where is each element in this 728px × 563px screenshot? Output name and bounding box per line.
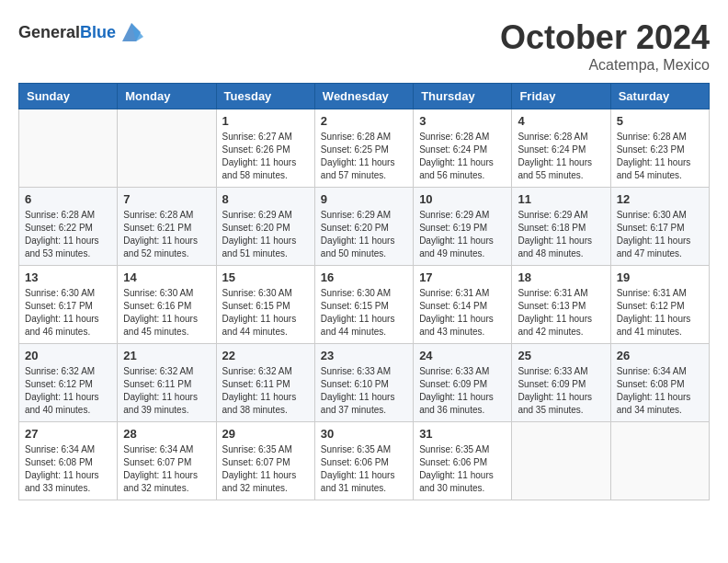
- day-number: 18: [518, 270, 604, 284]
- weekday-header: Friday: [512, 84, 610, 109]
- calendar-week-row: 27Sunrise: 6:34 AM Sunset: 6:08 PM Dayli…: [19, 422, 710, 500]
- day-info: Sunrise: 6:34 AM Sunset: 6:07 PM Dayligh…: [123, 443, 210, 495]
- day-number: 15: [222, 270, 309, 284]
- day-number: 27: [25, 427, 111, 441]
- calendar-cell: 9Sunrise: 6:29 AM Sunset: 6:20 PM Daylig…: [314, 188, 413, 266]
- calendar-cell: 10Sunrise: 6:29 AM Sunset: 6:19 PM Dayli…: [414, 188, 512, 266]
- day-info: Sunrise: 6:28 AM Sunset: 6:24 PM Dayligh…: [518, 131, 604, 182]
- day-info: Sunrise: 6:31 AM Sunset: 6:14 PM Dayligh…: [419, 287, 506, 339]
- day-number: 11: [518, 192, 604, 206]
- calendar-cell: 14Sunrise: 6:30 AM Sunset: 6:16 PM Dayli…: [118, 266, 216, 344]
- logo-icon: [118, 18, 145, 46]
- calendar-cell: 1Sunrise: 6:27 AM Sunset: 6:26 PM Daylig…: [216, 109, 314, 188]
- day-info: Sunrise: 6:32 AM Sunset: 6:11 PM Dayligh…: [222, 365, 309, 417]
- calendar-table: SundayMondayTuesdayWednesdayThursdayFrid…: [18, 83, 710, 500]
- weekday-header: Wednesday: [314, 84, 413, 109]
- calendar-week-row: 13Sunrise: 6:30 AM Sunset: 6:17 PM Dayli…: [19, 266, 710, 344]
- day-number: 12: [617, 192, 703, 206]
- day-number: 4: [518, 114, 604, 128]
- calendar-cell: 4Sunrise: 6:28 AM Sunset: 6:24 PM Daylig…: [512, 109, 610, 188]
- day-info: Sunrise: 6:29 AM Sunset: 6:20 PM Dayligh…: [222, 209, 309, 260]
- weekday-header: Monday: [118, 84, 216, 109]
- day-info: Sunrise: 6:29 AM Sunset: 6:18 PM Dayligh…: [518, 209, 604, 260]
- calendar-cell: 27Sunrise: 6:34 AM Sunset: 6:08 PM Dayli…: [19, 422, 118, 500]
- day-number: 13: [25, 270, 111, 284]
- logo-general: General: [18, 23, 80, 41]
- weekday-header: Thursday: [414, 84, 512, 109]
- day-info: Sunrise: 6:28 AM Sunset: 6:25 PM Dayligh…: [321, 131, 407, 182]
- day-info: Sunrise: 6:28 AM Sunset: 6:24 PM Dayligh…: [419, 131, 506, 182]
- calendar-cell: 15Sunrise: 6:30 AM Sunset: 6:15 PM Dayli…: [216, 266, 314, 344]
- day-number: 10: [419, 192, 506, 206]
- calendar-cell: [512, 422, 610, 500]
- day-info: Sunrise: 6:30 AM Sunset: 6:15 PM Dayligh…: [222, 287, 309, 339]
- day-info: Sunrise: 6:33 AM Sunset: 6:09 PM Dayligh…: [419, 365, 506, 417]
- day-info: Sunrise: 6:30 AM Sunset: 6:17 PM Dayligh…: [25, 287, 111, 339]
- day-info: Sunrise: 6:30 AM Sunset: 6:15 PM Dayligh…: [321, 287, 407, 339]
- day-number: 2: [321, 114, 407, 128]
- day-info: Sunrise: 6:32 AM Sunset: 6:11 PM Dayligh…: [123, 365, 210, 417]
- day-number: 1: [222, 114, 309, 128]
- calendar-cell: 6Sunrise: 6:28 AM Sunset: 6:22 PM Daylig…: [19, 188, 118, 266]
- calendar-cell: 5Sunrise: 6:28 AM Sunset: 6:23 PM Daylig…: [610, 109, 709, 188]
- calendar-cell: 31Sunrise: 6:35 AM Sunset: 6:06 PM Dayli…: [414, 422, 512, 500]
- day-number: 21: [123, 349, 210, 362]
- day-info: Sunrise: 6:31 AM Sunset: 6:12 PM Dayligh…: [617, 287, 703, 339]
- day-number: 8: [222, 192, 309, 206]
- day-info: Sunrise: 6:27 AM Sunset: 6:26 PM Dayligh…: [222, 131, 309, 182]
- day-info: Sunrise: 6:29 AM Sunset: 6:19 PM Dayligh…: [419, 209, 506, 260]
- day-info: Sunrise: 6:29 AM Sunset: 6:20 PM Dayligh…: [321, 209, 407, 260]
- day-info: Sunrise: 6:28 AM Sunset: 6:22 PM Dayligh…: [25, 209, 111, 260]
- weekday-header-row: SundayMondayTuesdayWednesdayThursdayFrid…: [19, 84, 710, 109]
- calendar-cell: 13Sunrise: 6:30 AM Sunset: 6:17 PM Dayli…: [19, 266, 118, 344]
- calendar-cell: 28Sunrise: 6:34 AM Sunset: 6:07 PM Dayli…: [118, 422, 216, 500]
- calendar-cell: 23Sunrise: 6:33 AM Sunset: 6:10 PM Dayli…: [314, 344, 413, 422]
- calendar-week-row: 6Sunrise: 6:28 AM Sunset: 6:22 PM Daylig…: [19, 188, 710, 266]
- calendar-cell: 26Sunrise: 6:34 AM Sunset: 6:08 PM Dayli…: [610, 344, 709, 422]
- calendar-cell: 11Sunrise: 6:29 AM Sunset: 6:18 PM Dayli…: [512, 188, 610, 266]
- weekday-header: Saturday: [610, 84, 709, 109]
- day-info: Sunrise: 6:28 AM Sunset: 6:21 PM Dayligh…: [123, 209, 210, 260]
- calendar-cell: [19, 109, 118, 188]
- calendar-cell: 30Sunrise: 6:35 AM Sunset: 6:06 PM Dayli…: [314, 422, 413, 500]
- day-info: Sunrise: 6:30 AM Sunset: 6:17 PM Dayligh…: [617, 209, 703, 260]
- calendar-cell: 16Sunrise: 6:30 AM Sunset: 6:15 PM Dayli…: [314, 266, 413, 344]
- calendar-cell: 29Sunrise: 6:35 AM Sunset: 6:07 PM Dayli…: [216, 422, 314, 500]
- calendar-cell: 3Sunrise: 6:28 AM Sunset: 6:24 PM Daylig…: [414, 109, 512, 188]
- day-info: Sunrise: 6:35 AM Sunset: 6:06 PM Dayligh…: [321, 443, 407, 495]
- day-number: 19: [617, 270, 703, 284]
- calendar-week-row: 1Sunrise: 6:27 AM Sunset: 6:26 PM Daylig…: [19, 109, 710, 188]
- title-area: October 2024 Acatempa, Mexico: [500, 18, 710, 74]
- day-number: 5: [617, 114, 703, 128]
- day-number: 24: [419, 349, 506, 362]
- calendar-cell: 8Sunrise: 6:29 AM Sunset: 6:20 PM Daylig…: [216, 188, 314, 266]
- calendar-cell: 18Sunrise: 6:31 AM Sunset: 6:13 PM Dayli…: [512, 266, 610, 344]
- logo-blue: Blue: [80, 23, 116, 41]
- calendar-cell: 21Sunrise: 6:32 AM Sunset: 6:11 PM Dayli…: [118, 344, 216, 422]
- calendar-cell: [610, 422, 709, 500]
- location-subtitle: Acatempa, Mexico: [500, 57, 710, 74]
- day-number: 9: [321, 192, 407, 206]
- logo: GeneralBlue: [18, 18, 145, 46]
- calendar-cell: [118, 109, 216, 188]
- calendar-cell: 12Sunrise: 6:30 AM Sunset: 6:17 PM Dayli…: [610, 188, 709, 266]
- day-number: 16: [321, 270, 407, 284]
- day-info: Sunrise: 6:32 AM Sunset: 6:12 PM Dayligh…: [25, 365, 111, 417]
- calendar-cell: 7Sunrise: 6:28 AM Sunset: 6:21 PM Daylig…: [118, 188, 216, 266]
- day-info: Sunrise: 6:28 AM Sunset: 6:23 PM Dayligh…: [617, 131, 703, 182]
- day-info: Sunrise: 6:35 AM Sunset: 6:06 PM Dayligh…: [419, 443, 506, 495]
- calendar-cell: 19Sunrise: 6:31 AM Sunset: 6:12 PM Dayli…: [610, 266, 709, 344]
- day-number: 30: [321, 427, 407, 441]
- month-title: October 2024: [500, 18, 710, 57]
- day-number: 20: [25, 349, 111, 362]
- day-info: Sunrise: 6:34 AM Sunset: 6:08 PM Dayligh…: [25, 443, 111, 495]
- day-number: 23: [321, 349, 407, 362]
- calendar-cell: 20Sunrise: 6:32 AM Sunset: 6:12 PM Dayli…: [19, 344, 118, 422]
- day-number: 14: [123, 270, 210, 284]
- day-info: Sunrise: 6:31 AM Sunset: 6:13 PM Dayligh…: [518, 287, 604, 339]
- calendar-cell: 24Sunrise: 6:33 AM Sunset: 6:09 PM Dayli…: [414, 344, 512, 422]
- day-info: Sunrise: 6:34 AM Sunset: 6:08 PM Dayligh…: [617, 365, 703, 417]
- day-number: 7: [123, 192, 210, 206]
- weekday-header: Tuesday: [216, 84, 314, 109]
- day-number: 3: [419, 114, 506, 128]
